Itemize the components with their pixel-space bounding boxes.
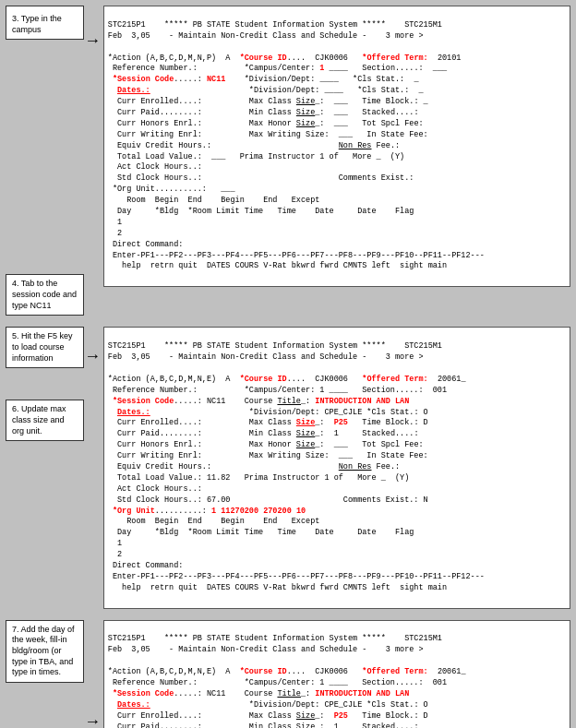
- t1-line2: Reference Number.: *Campus/Center: 1 ___…: [108, 64, 447, 73]
- t1-line7: Curr Honors Enrl.: Max Honor Size_: ___ …: [108, 119, 433, 128]
- t1-line3: *Session Code.....: NC11 *Division/Dept:…: [108, 75, 419, 84]
- step6-label: 6. Update max class size and org unit.: [12, 404, 66, 435]
- step5-label: 5. Hit the F5 key to load course informa…: [12, 331, 73, 362]
- t3-line4: Dates.: *Division/Dept: CPE_CJLE *Cls St…: [108, 700, 428, 710]
- t1-line11: Act Clock Hours..:: [108, 162, 211, 172]
- step3-label: 3. Type in the campus: [12, 14, 62, 34]
- t2-header1: STC215P1 ***** PB STATE Student Informat…: [108, 341, 442, 351]
- t3-line1: *Action (A,B,C,D,M,N,E) A *Course ID....…: [108, 667, 466, 676]
- t2-line18: Direct Command:: [108, 561, 184, 570]
- arrow-step5: →: [88, 347, 98, 365]
- terminal-3: STC215P1 ***** PB STATE Student Informat…: [103, 620, 570, 728]
- section-3: 7. Add the day of the week, fill-in bldg…: [6, 620, 570, 728]
- t2-line13: *Org Unit..........: 1 11270200 270200 1…: [108, 507, 306, 516]
- t1-header2: Feb 3,05 - Maintain Non-Credit Class and…: [108, 31, 424, 41]
- t2-line17: 2: [108, 550, 122, 559]
- t1-line13: *Org Unit..........: ___: [108, 185, 235, 194]
- t2-line9: Equiv Credit Hours.: Non Res Fee.:: [108, 462, 409, 471]
- t1-line8: Curr Writing Enrl: Max Writing Size: ___…: [108, 130, 438, 139]
- t3-line2: Reference Number.: *Campus/Center: 1 ___…: [108, 678, 447, 687]
- t1-header1: STC215P1 ***** PB STATE Student Informat…: [108, 20, 442, 30]
- t2-line5: Curr Enrolled....: Max Class Size_: P25 …: [108, 418, 428, 427]
- t2-line8: Curr Writing Enrl: Max Writing Size: ___…: [108, 451, 438, 460]
- annotation-step5: 5. Hit the F5 key to load course informa…: [6, 327, 84, 368]
- t3-line5: Curr Enrolled....: Max Class Size_: P25 …: [108, 711, 428, 721]
- annotation-step3: 3. Type in the campus: [6, 6, 84, 40]
- t1-line10: Total Load Value.: ___ Prima Instructor …: [108, 152, 404, 161]
- t1-line5: Curr Enrolled....: Max Class Size_: ___ …: [108, 97, 428, 106]
- t2-line4: Dates.: *Division/Dept: CPE_CJLE *Cls St…: [108, 408, 428, 417]
- t2-line16: 1: [108, 539, 122, 548]
- step7-label: 7. Add the day of the week, fill-in bldg…: [12, 625, 75, 677]
- arrow-step3: →: [88, 31, 98, 50]
- section-1b: 4. Tab to the session code and type NC11: [6, 200, 570, 316]
- t2-line2: Reference Number.: *Campus/Center: 1 ___…: [108, 386, 447, 395]
- t1-line12: Std Clock Hours..: Comments Exist.:: [108, 173, 424, 183]
- page-container: 3. Type in the campus → STC215P1 ***** P…: [0, 0, 576, 728]
- t2-line14: Room Begin End Begin End Except: [108, 517, 320, 526]
- t2-line6: Curr Paid........: Min Class Size_: 1 St…: [108, 429, 428, 438]
- t2-line10: Total Load Value.: 11.82 Prima Instructo…: [108, 473, 409, 483]
- t2-line20: help retrn quit DATES COURS V-Rat bkwrd …: [108, 583, 447, 592]
- t2-line12: Std Clock Hours..: 67.00 Comments Exist.…: [108, 495, 428, 505]
- t3-line6: Curr Paid........: Min Class Size_: 1 St…: [108, 722, 428, 728]
- t2-line11: Act Clock Hours..:: [108, 484, 211, 494]
- t2-line3: *Session Code.....: NC11 Course Title_: …: [108, 397, 410, 406]
- t2-line15: Day *Bldg *Room Limit Time Time Date Dat…: [108, 528, 414, 537]
- t1-line9: Equiv Credit Hours.: Non Res Fee.:: [108, 141, 409, 150]
- t1-line1: *Action (A,B,C,D,M,N,P) A *Course ID....…: [108, 54, 462, 63]
- t1-line6: Curr Paid........: Min Class Size_: ___ …: [108, 108, 428, 117]
- t2-line1: *Action (A,B,C,D,M,N,E) A *Course ID....…: [108, 375, 466, 384]
- step4-label: 4. Tab to the session code and type NC11: [12, 279, 77, 309]
- t3-line3: *Session Code.....: NC11 Course Title_: …: [108, 689, 410, 698]
- annotation-step4: 4. Tab to the session code and type NC11: [6, 274, 84, 316]
- t3-header1: STC215P1 ***** PB STATE Student Informat…: [108, 634, 442, 643]
- arrow-step7: →: [88, 712, 98, 728]
- t3-header2: Feb 3,05 - Maintain Non-Credit Class and…: [108, 645, 424, 654]
- annotation-step7: 7. Add the day of the week, fill-in bldg…: [6, 620, 84, 683]
- terminal-2: STC215P1 ***** PB STATE Student Informat…: [103, 327, 570, 608]
- annotation-step6: 6. Update max class size and org unit.: [6, 400, 84, 441]
- t2-line19: Enter-PF1---PF2---PF3---PF4---PF5---PF6-…: [108, 572, 485, 581]
- t1-line4: Dates.: *Division/Dept: ____ *Cls Stat.:…: [108, 86, 424, 95]
- t2-header2: Feb 3,05 - Maintain Non-Credit Class and…: [108, 352, 424, 362]
- t2-line7: Curr Honors Enrl.: Max Honor Size_: ___ …: [108, 440, 433, 449]
- section-2: 5. Hit the F5 key to load course informa…: [6, 327, 570, 608]
